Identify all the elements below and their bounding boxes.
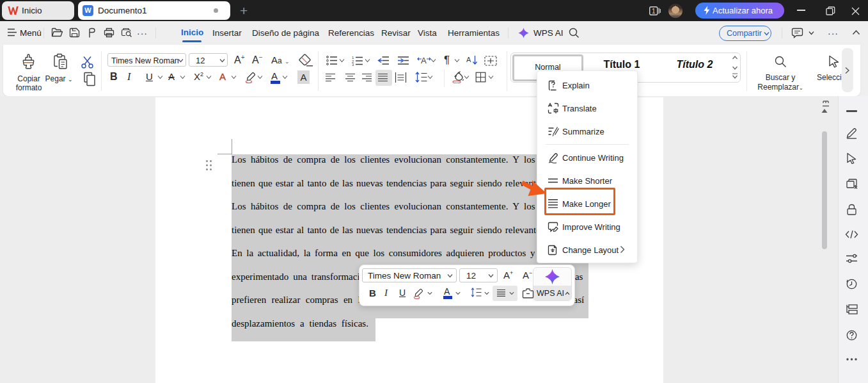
svg-text:1: 1 — [652, 8, 656, 15]
svg-text:3: 3 — [352, 63, 354, 66]
svg-text:A: A — [466, 56, 471, 63]
svg-text:A: A — [421, 56, 427, 65]
